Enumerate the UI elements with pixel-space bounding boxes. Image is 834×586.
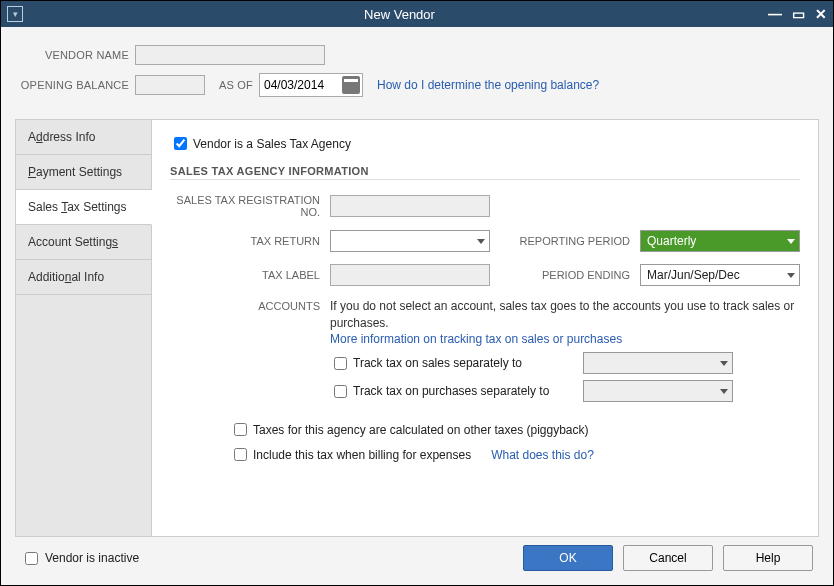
tab-account-settings[interactable]: Account Settings xyxy=(16,225,151,260)
piggyback-checkbox[interactable] xyxy=(234,423,247,436)
header-form: VENDOR NAME OPENING BALANCE AS OF How do… xyxy=(15,39,819,119)
chevron-down-icon xyxy=(720,361,728,366)
tax-return-label: TAX RETURN xyxy=(170,235,330,247)
minimize-button[interactable]: — xyxy=(768,6,782,22)
reg-no-input[interactable] xyxy=(330,195,490,217)
as-of-date-field[interactable] xyxy=(259,73,363,97)
ok-button[interactable]: OK xyxy=(523,545,613,571)
chevron-down-icon xyxy=(720,389,728,394)
content-area: VENDOR NAME OPENING BALANCE AS OF How do… xyxy=(1,27,833,585)
footer: Vendor is inactive OK Cancel Help xyxy=(15,537,819,577)
chevron-down-icon xyxy=(787,273,795,278)
tab-address-info[interactable]: Address Info xyxy=(16,120,151,155)
track-purchases-account-dropdown[interactable] xyxy=(583,380,733,402)
track-purchases-label: Track tax on purchases separately to xyxy=(353,384,583,398)
new-vendor-window: ▾ New Vendor — ▭ ✕ VENDOR NAME OPENING B… xyxy=(0,0,834,586)
piggyback-label: Taxes for this agency are calculated on … xyxy=(253,423,589,437)
help-button[interactable]: Help xyxy=(723,545,813,571)
tab-additional-info[interactable]: Additional Info xyxy=(16,260,151,295)
calendar-icon[interactable] xyxy=(342,76,360,94)
include-billing-checkbox[interactable] xyxy=(234,448,247,461)
include-billing-label: Include this tax when billing for expens… xyxy=(253,448,471,462)
tax-label-label: TAX LABEL xyxy=(170,269,330,281)
opening-balance-help-link[interactable]: How do I determine the opening balance? xyxy=(377,78,599,92)
titlebar: ▾ New Vendor — ▭ ✕ xyxy=(1,1,833,27)
more-info-link[interactable]: More information on tracking tax on sale… xyxy=(330,332,622,346)
tab-sales-tax-settings[interactable]: Sales Tax Settings xyxy=(16,190,152,225)
track-sales-label: Track tax on sales separately to xyxy=(353,356,583,370)
main-area: Address Info Payment Settings Sales Tax … xyxy=(15,119,819,537)
vendor-name-input[interactable] xyxy=(135,45,325,65)
reporting-period-dropdown[interactable]: Quarterly xyxy=(640,230,800,252)
is-sales-tax-agency-label: Vendor is a Sales Tax Agency xyxy=(193,137,351,151)
accounts-description: If you do not select an account, sales t… xyxy=(330,298,800,332)
system-menu-icon[interactable]: ▾ xyxy=(7,6,23,22)
as-of-label: AS OF xyxy=(205,79,259,91)
track-sales-checkbox[interactable] xyxy=(334,357,347,370)
sales-tax-panel: Vendor is a Sales Tax Agency SALES TAX A… xyxy=(152,120,818,536)
reporting-period-value: Quarterly xyxy=(647,234,696,248)
section-title: SALES TAX AGENCY INFORMATION xyxy=(170,165,800,180)
vendor-name-label: VENDOR NAME xyxy=(19,49,135,61)
period-ending-value: Mar/Jun/Sep/Dec xyxy=(647,268,740,282)
period-ending-label: PERIOD ENDING xyxy=(510,269,640,281)
tab-list: Address Info Payment Settings Sales Tax … xyxy=(16,120,152,536)
as-of-date-input[interactable] xyxy=(260,78,340,92)
window-title: New Vendor xyxy=(31,7,768,22)
tax-label-input[interactable] xyxy=(330,264,490,286)
period-ending-dropdown[interactable]: Mar/Jun/Sep/Dec xyxy=(640,264,800,286)
track-sales-account-dropdown[interactable] xyxy=(583,352,733,374)
tab-payment-settings[interactable]: Payment Settings xyxy=(16,155,151,190)
accounts-label: ACCOUNTS xyxy=(170,298,330,312)
vendor-inactive-checkbox[interactable] xyxy=(25,552,38,565)
tax-return-dropdown[interactable] xyxy=(330,230,490,252)
reg-no-label: SALES TAX REGISTRATION NO. xyxy=(170,194,330,218)
is-sales-tax-agency-checkbox[interactable] xyxy=(174,137,187,150)
vendor-inactive-label: Vendor is inactive xyxy=(45,551,139,565)
track-purchases-checkbox[interactable] xyxy=(334,385,347,398)
maximize-button[interactable]: ▭ xyxy=(792,6,805,22)
chevron-down-icon xyxy=(787,239,795,244)
cancel-button[interactable]: Cancel xyxy=(623,545,713,571)
close-button[interactable]: ✕ xyxy=(815,6,827,22)
opening-balance-input[interactable] xyxy=(135,75,205,95)
opening-balance-label: OPENING BALANCE xyxy=(19,79,135,91)
what-does-this-do-link[interactable]: What does this do? xyxy=(491,448,594,462)
reporting-period-label: REPORTING PERIOD xyxy=(510,235,640,247)
chevron-down-icon xyxy=(477,239,485,244)
